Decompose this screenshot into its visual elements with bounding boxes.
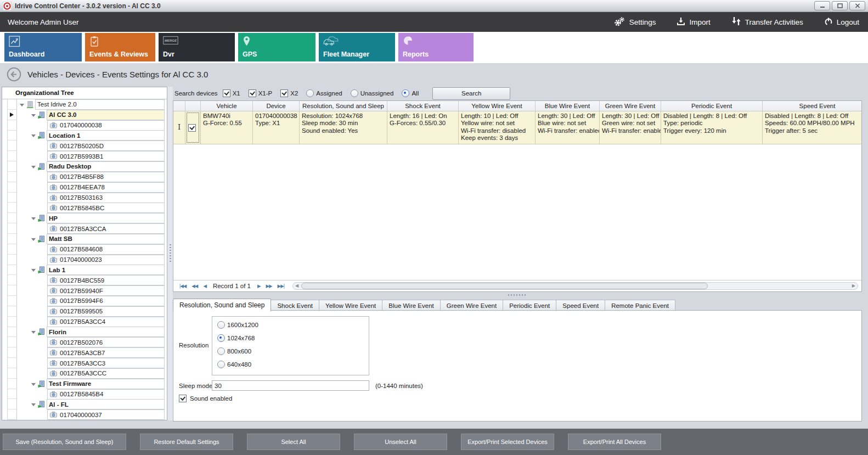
transfer-activities-button[interactable]: Transfer Activities <box>731 16 803 27</box>
grid-row[interactable]: IBMW740iG-Force: 0.55017040000038Type: X… <box>173 111 861 144</box>
resolution-option-1024x768[interactable]: 1024x768 <box>217 334 255 342</box>
export-print-selected-devices-button[interactable]: Export/Print Selected Devices <box>461 434 554 450</box>
tree-device-item[interactable]: 00127B5A3CC3 <box>47 358 165 368</box>
tree-device-item[interactable]: 00127B5A3CCA <box>47 223 165 234</box>
tree-row-content[interactable]: 00127B584608 <box>17 244 167 255</box>
tree-row-content[interactable]: 00127B5A3CC3 <box>17 358 167 368</box>
tree-row-content[interactable]: HP <box>17 213 167 223</box>
restore-default-settings-button[interactable]: Restore Default Settings <box>140 434 233 450</box>
resolution-radio[interactable] <box>217 361 225 368</box>
save-resolution-sound-and-sleep-button[interactable]: Save (Resolution, Sound and Sleep) <box>3 434 126 450</box>
nav-tile-dvr[interactable]: MERGEDvr <box>159 33 235 61</box>
logout-button[interactable]: Logout <box>824 17 859 27</box>
grid-header-speed-event[interactable]: Speed Event <box>763 101 862 111</box>
tree-device-item[interactable]: 00127B5994F6 <box>47 296 165 306</box>
tree-device-item[interactable]: 00127B584608 <box>47 244 165 255</box>
tree-device-item[interactable]: 00127B4BC559 <box>47 275 165 285</box>
nav-tile-fleet-manager[interactable]: Fleet Manager <box>319 33 395 61</box>
cell-resolution-sound-and-sleep[interactable]: Resolution: 1024x768Sleep mode: 30 minSo… <box>300 111 387 144</box>
tree-row-content[interactable]: Matt SB <box>17 234 167 244</box>
unselect-all-button[interactable]: Unselect All <box>354 434 447 450</box>
tree-device-item[interactable]: 00127B503163 <box>47 193 165 203</box>
x1p-checkbox[interactable] <box>249 89 256 97</box>
grid-header-blue-wire-event[interactable]: Blue Wire Event <box>536 101 600 111</box>
row-select-cell[interactable] <box>185 111 201 144</box>
scrollbar-thumb[interactable] <box>301 283 708 289</box>
tab-speed-event[interactable]: Speed Event <box>556 300 605 311</box>
tree-row-content[interactable]: 00127B5993B1 <box>17 151 167 161</box>
tree-device-item[interactable]: 017040000023 <box>47 255 165 265</box>
tree-device-item[interactable]: 00127B5A3CCC <box>47 368 165 379</box>
tree-row-content[interactable]: 017040000037 <box>17 409 167 420</box>
row-checkbox[interactable] <box>188 124 196 132</box>
resolution-radio[interactable] <box>217 347 225 355</box>
tree-row-content[interactable]: 017040000023 <box>17 255 167 265</box>
tab-yellow-wire-event[interactable]: Yellow Wire Event <box>319 300 382 311</box>
resolution-radio[interactable] <box>217 321 225 329</box>
resolution-option-1600x1200[interactable]: 1600x1200 <box>217 321 258 329</box>
grid-header-vehicle[interactable]: Vehicle <box>201 101 253 111</box>
tab-resolution-sound-and-sleep[interactable]: Resolution, Sound and Sleep <box>173 299 271 311</box>
tree-device-item[interactable]: 00127B50205D <box>47 141 165 151</box>
horizontal-scrollbar[interactable]: ◀ ▶ <box>292 282 858 290</box>
grid-header-shock-event[interactable]: Shock Event <box>387 101 459 111</box>
tree-row-content[interactable]: 00127B502076 <box>17 337 167 347</box>
next-record-button[interactable]: ▶ <box>257 283 261 289</box>
tree-row-content[interactable]: 00127B50205D <box>17 141 167 151</box>
sound-enabled-row[interactable]: Sound enabled <box>179 395 232 402</box>
tree-row-content[interactable]: 00127B5A3CCC <box>17 368 167 379</box>
tree-device-item[interactable]: 00127B5A3CC4 <box>47 317 165 327</box>
resolution-option-640x480[interactable]: 640x480 <box>217 361 251 368</box>
filter-assigned[interactable]: Assigned <box>306 89 342 97</box>
select-all-button[interactable]: Select All <box>247 434 340 450</box>
tree-row-content[interactable]: Lab 1 <box>17 265 167 276</box>
tree-device-item[interactable]: 00127B502076 <box>47 337 165 347</box>
vertical-splitter[interactable] <box>167 87 173 420</box>
assigned-radio[interactable] <box>306 89 314 97</box>
search-button[interactable]: Search <box>432 87 510 100</box>
tree-device-item[interactable]: 00127B59940F <box>47 285 165 296</box>
grid-header-device[interactable]: Device <box>253 101 300 111</box>
scroll-right-icon[interactable]: ▶ <box>852 283 855 288</box>
resolution-option-800x600[interactable]: 800x600 <box>217 347 251 355</box>
cell-green-wire-event[interactable]: Length: 30 | Led: OffGreen wire: not set… <box>600 111 661 144</box>
tree-row-content[interactable]: Al - FL <box>17 399 167 409</box>
tree-device-item[interactable]: 00127B4EEA78 <box>47 182 165 193</box>
horizontal-splitter[interactable] <box>173 293 862 297</box>
settings-button[interactable]: Settings <box>613 16 656 28</box>
tree-row-content[interactable]: Florin <box>17 327 167 338</box>
last-record-button[interactable]: ▶▶| <box>278 283 284 289</box>
filter-all[interactable]: All <box>402 89 419 97</box>
tree-row-content[interactable]: Test Firmware <box>17 379 167 389</box>
filter-x2[interactable]: X2 <box>280 89 298 97</box>
tree-device-item[interactable]: 00127B599505 <box>47 306 165 317</box>
collapse-arrow-icon[interactable] <box>31 238 36 241</box>
tree-device-item[interactable]: 00127B4B5F88 <box>47 172 165 182</box>
cell-periodic-event[interactable]: Disabled | Length: 8 | Led: OffType: per… <box>661 111 763 144</box>
tab-blue-wire-event[interactable]: Blue Wire Event <box>382 300 440 311</box>
first-record-button[interactable]: |◀◀ <box>179 283 186 289</box>
collapse-arrow-icon[interactable] <box>31 383 36 386</box>
unassigned-radio[interactable] <box>351 89 358 97</box>
prev-record-button[interactable]: ◀ <box>203 283 206 289</box>
tree-row-content[interactable]: 00127B5A3CC4 <box>17 317 167 327</box>
tab-shock-event[interactable]: Shock Event <box>270 300 319 311</box>
tree-row-content[interactable]: Test Idrive 2.0 <box>17 99 167 110</box>
prev-page-button[interactable]: ◀◀ <box>191 283 198 289</box>
import-button[interactable]: Import <box>677 17 710 27</box>
export-print-all-devices-button[interactable]: Export/Print All Devices <box>568 434 661 450</box>
collapse-arrow-icon[interactable] <box>31 114 36 117</box>
grid-header-resolution-sound-and-sleep[interactable]: Resolution, Sound and Sleep <box>300 101 387 111</box>
sleep-mode-input[interactable]: 30 <box>212 380 369 391</box>
collapse-arrow-icon[interactable] <box>31 269 36 272</box>
cell-yellow-wire-event[interactable]: Length: 10 | Led: OffYellow wire: not se… <box>459 111 536 144</box>
tree-row-content[interactable]: 00127B5A3CCA <box>17 223 167 234</box>
nav-tile-reports[interactable]: Reports <box>398 33 474 61</box>
tree-row-content[interactable]: 00127B59940F <box>17 285 167 296</box>
sound-enabled-checkbox[interactable] <box>179 395 187 402</box>
tree-row-content[interactable]: 00127B4BC559 <box>17 275 167 285</box>
tree-row-content[interactable]: 00127B5994F6 <box>17 296 167 306</box>
tree-row-content[interactable]: 00127B5845BC <box>17 203 167 213</box>
filter-x1[interactable]: X1 <box>223 89 240 97</box>
cell-vehicle[interactable]: BMW740iG-Force: 0.55 <box>201 111 253 144</box>
